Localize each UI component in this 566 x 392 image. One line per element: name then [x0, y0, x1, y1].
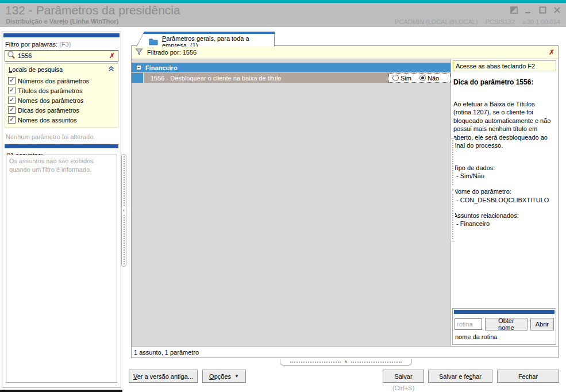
folder-icon — [149, 38, 158, 47]
parameter-row-1556[interactable]: 1556 - Desbloquear o cliente na baixa de… — [132, 73, 451, 83]
tab-parametros-gerais[interactable]: Parâmetros gerais, para toda a empresa (… — [136, 32, 275, 47]
status-text: 1 assunto, 1 parâmetro — [134, 349, 199, 356]
options-button[interactable]: Opções▼ — [202, 370, 246, 383]
tree-group-financeiro[interactable]: − Financeiro — [132, 63, 451, 72]
tabs-hint: Acesse as abas teclando F2 — [453, 60, 556, 71]
old-version-button[interactable]: Ver a versão antiga... — [129, 370, 198, 383]
filter-sidebar: Filtro por palavras: (F3) ✗ Locais de pe… — [2, 32, 121, 388]
param-name-label: Nome do parâmetro: — [453, 187, 556, 195]
scope-label: Números dos parâmetros — [18, 78, 89, 84]
titlebar: 132 - Parâmetros da presidência Distribu… — [0, 3, 566, 27]
scope-row-nomes[interactable]: Nomes dos parâmetros — [7, 95, 115, 105]
data-type-label: Tipo de dados: — [453, 164, 556, 172]
parameter-value-group: Sim Não — [388, 73, 451, 83]
radio-icon[interactable] — [392, 75, 399, 81]
subjects-list[interactable]: Os assuntos não são exibidos quando um f… — [6, 155, 117, 383]
collapse-up-icon[interactable]: ˄ — [344, 360, 347, 364]
splitter-dots — [124, 156, 125, 206]
parameter-label: 1556 - Desbloquear o cliente na baixa de… — [144, 73, 388, 83]
filter-hotkey: (F3) — [59, 41, 71, 48]
radio-sim[interactable]: Sim — [392, 75, 411, 82]
app-window: 132 - Parâmetros da presidência Distribu… — [0, 0, 566, 392]
window-controls — [509, 5, 561, 14]
subjects-group: 91 assuntos: Os assuntos não são exibido… — [3, 143, 120, 384]
tree-group-label: Financeiro — [145, 64, 178, 71]
checkbox-icon[interactable] — [8, 87, 16, 94]
scope-label: Títulos dos parâmetros — [18, 87, 83, 94]
left-splitter[interactable]: ‹ — [121, 154, 126, 267]
subjects-empty-text: Os assuntos não são exibidos quando um f… — [9, 157, 94, 173]
scope-row-dicas[interactable]: Dicas dos parâmetros — [7, 105, 115, 115]
search-scopes-header[interactable]: Locais de pesquisa — [7, 66, 115, 76]
right-splitter[interactable]: › — [450, 138, 455, 241]
session-program: PCSIS132 — [486, 18, 515, 25]
no-change-status: Nenhum parâmetro foi alterado. — [2, 130, 121, 144]
related-subjects-value: - Financeiro — [456, 220, 556, 228]
related-subjects-label: Assuntos relacionados: — [453, 212, 556, 220]
checkbox-icon[interactable] — [8, 106, 16, 114]
session-info: PCADMIN (LOCAL@LOCAL) PCSIS132 v.30.1.00… — [389, 18, 560, 25]
collapse-minus-icon[interactable]: − — [136, 65, 141, 70]
obter-nome-button[interactable]: Obter nome — [485, 318, 528, 330]
close-button[interactable]: Fechar — [497, 370, 559, 383]
abrir-button[interactable]: Abrir — [530, 318, 554, 330]
subjects-group-bar — [5, 144, 118, 148]
splitter-dots — [452, 140, 453, 185]
collapse-chevron-icon[interactable] — [108, 66, 114, 73]
checkbox-icon[interactable] — [8, 116, 16, 124]
window-title: 132 - Parâmetros da presidência — [5, 3, 180, 17]
radio-icon[interactable] — [419, 75, 426, 81]
maximize-icon[interactable] — [538, 5, 547, 14]
search-box[interactable]: ✗ — [5, 50, 118, 62]
data-type-value: - Sim/Não — [456, 172, 556, 180]
filter-bar: Filtrado por: 1556 ✗ — [132, 46, 558, 59]
rotina-caption: nome da rotina — [453, 330, 556, 341]
rotina-group-bar — [454, 310, 555, 314]
dropdown-arrow-icon: ▼ — [234, 374, 239, 379]
minimize-icon[interactable] — [523, 5, 533, 14]
resize-icon[interactable] — [509, 5, 518, 14]
checkbox-icon[interactable] — [8, 97, 16, 104]
radio-nao[interactable]: Não — [419, 75, 439, 82]
save-shortcut-hint: (Ctrl+S) — [383, 385, 424, 391]
rotina-input[interactable] — [455, 318, 482, 330]
rotina-box: Obter nome Abrir nome da rotina — [452, 308, 556, 345]
collapse-left-icon[interactable]: ‹ — [123, 207, 125, 213]
filter-label: Filtro por palavras: — [5, 41, 57, 48]
row-indent — [132, 73, 143, 83]
tree-status-bar: 1 assunto, 1 parâmetro — [132, 346, 558, 358]
save-button[interactable]: Salvar — [383, 370, 424, 383]
save-close-button[interactable]: Salvar e fechar — [428, 370, 492, 383]
session-version: v.30.1.00.014 — [522, 18, 560, 25]
window-bottom-edge — [0, 390, 122, 392]
scopes-title: Locais de pesquisa — [9, 66, 63, 73]
parameter-info-panel: Acesse as abas teclando F2 Dica do parâm… — [451, 59, 558, 346]
search-input[interactable] — [17, 52, 106, 59]
tip-body: Ao efetuar a Baixa de Títulos (rotina 12… — [453, 100, 554, 150]
filter-group-bar — [3, 33, 120, 37]
scope-row-titulos[interactable]: Títulos dos parâmetros — [7, 86, 115, 95]
filter-clear-icon[interactable]: ✗ — [549, 48, 555, 56]
checkbox-icon[interactable] — [8, 77, 16, 84]
splitter-dots — [290, 362, 341, 363]
window-subtitle: Distribuição e Varejo (Linha WinThor) — [6, 18, 118, 25]
radio-label: Sim — [401, 75, 411, 82]
main-container: Filtrado por: 1556 ✗ − Financeiro 1556 -… — [131, 45, 559, 358]
search-clear-icon[interactable]: ✗ — [106, 52, 118, 60]
search-icon — [5, 51, 17, 61]
scope-label: Nomes dos parâmetros — [18, 97, 83, 104]
param-name-value: - CON_DESBLOQCLIBXTITULO — [456, 196, 556, 204]
scope-row-numeros[interactable]: Números dos parâmetros — [7, 76, 115, 86]
close-icon[interactable] — [552, 5, 561, 14]
splitter-dots — [452, 194, 453, 239]
parameters-tree: − Financeiro 1556 - Desbloquear o client… — [132, 59, 451, 346]
scope-row-assuntos[interactable]: Nomes dos assuntos — [7, 115, 115, 125]
collapse-right-icon[interactable]: › — [452, 187, 454, 193]
scope-label: Nomes dos assuntos — [18, 117, 77, 124]
bottom-splitter[interactable]: ˄ — [280, 359, 412, 366]
filter-bar-text: Filtrado por: 1556 — [147, 49, 197, 56]
splitter-dots — [351, 362, 402, 363]
session-user: PCADMIN (LOCAL@LOCAL) — [395, 18, 478, 25]
splitter-dots — [124, 215, 125, 264]
filter-label-row: Filtro por palavras: (F3) — [2, 39, 121, 49]
